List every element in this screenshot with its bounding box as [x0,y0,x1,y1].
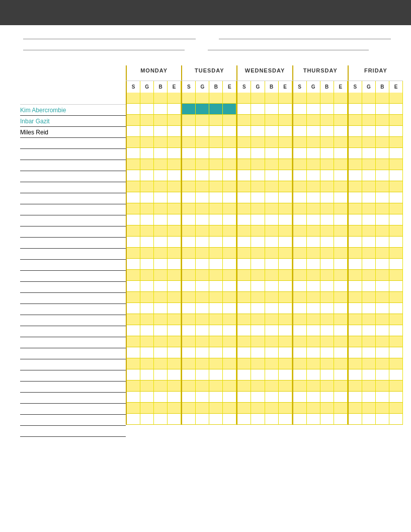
grid-cell[interactable] [279,214,292,225]
grid-cell[interactable] [140,203,154,214]
grid-cell[interactable] [265,137,279,148]
grid-cell[interactable] [349,214,362,225]
grid-cell[interactable] [389,93,403,104]
grid-cell[interactable] [140,104,154,115]
grid-cell[interactable] [320,159,334,170]
grid-cell[interactable] [334,115,348,126]
grid-cell[interactable] [334,281,348,292]
grid-cell[interactable] [279,347,292,358]
grid-cell[interactable] [209,414,223,425]
grid-cell[interactable] [209,270,223,281]
grid-cell[interactable] [196,270,209,281]
grid-cell[interactable] [154,137,168,148]
grid-cell[interactable] [349,392,362,403]
grid-cell[interactable] [389,159,403,170]
grid-cell[interactable] [209,104,223,115]
grid-cell[interactable] [154,225,168,237]
grid-cell[interactable] [182,325,196,336]
grid-cell[interactable] [237,281,251,292]
grid-cell[interactable] [154,237,168,248]
grid-cell[interactable] [182,314,196,325]
grid-cell[interactable] [251,336,265,347]
grid-cell[interactable] [376,159,389,170]
grid-row[interactable] [126,115,403,126]
grid-cell[interactable] [127,248,140,259]
grid-cell[interactable] [154,292,168,303]
grid-cell[interactable] [349,203,362,214]
grid-cell[interactable] [182,93,196,104]
grid-cell[interactable] [265,115,279,126]
grid-cell[interactable] [140,414,154,425]
grid-cell[interactable] [265,381,279,392]
grid-cell[interactable] [168,159,181,170]
grid-cell[interactable] [154,303,168,314]
grid-cell[interactable] [362,347,376,358]
grid-cell[interactable] [334,104,348,115]
grid-cell[interactable] [140,325,154,336]
grid-cell[interactable] [265,281,279,292]
grid-cell[interactable] [334,414,348,425]
grid-cell[interactable] [196,137,209,148]
grid-cell[interactable] [320,181,334,192]
grid-cell[interactable] [127,358,140,369]
grid-cell[interactable] [182,270,196,281]
grid-cell[interactable] [127,203,140,214]
grid-cell[interactable] [320,115,334,126]
grid-cell[interactable] [320,392,334,403]
grid-cell[interactable] [182,192,196,203]
grid-cell[interactable] [376,347,389,358]
grid-cell[interactable] [251,203,265,214]
grid-cell[interactable] [334,225,348,237]
grid-cell[interactable] [389,325,403,336]
grid-cell[interactable] [334,170,348,181]
grid-cell[interactable] [334,148,348,159]
grid-cell[interactable] [362,126,376,137]
grid-cell[interactable] [279,225,292,237]
grid-cell[interactable] [182,336,196,347]
grid-cell[interactable] [237,358,251,369]
grid-cell[interactable] [362,115,376,126]
grid-cell[interactable] [223,248,236,259]
grid-cell[interactable] [223,347,236,358]
grid-cell[interactable] [237,148,251,159]
grid-cell[interactable] [154,347,168,358]
grid-cell[interactable] [279,237,292,248]
grid-cell[interactable] [389,259,403,270]
grid-cell[interactable] [223,392,236,403]
grid-cell[interactable] [279,392,292,403]
grid-cell[interactable] [209,159,223,170]
grid-cell[interactable] [182,392,196,403]
grid-cell[interactable] [389,381,403,392]
grid-cell[interactable] [265,292,279,303]
grid-cell[interactable] [293,314,307,325]
grid-cell[interactable] [140,248,154,259]
grid-row[interactable] [126,259,403,270]
grid-cell[interactable] [237,314,251,325]
grid-cell[interactable] [265,93,279,104]
grid-cell[interactable] [209,237,223,248]
grid-cell[interactable] [127,237,140,248]
grid-cell[interactable] [307,192,320,203]
grid-row[interactable] [126,93,403,104]
grid-cell[interactable] [127,259,140,270]
grid-cell[interactable] [389,303,403,314]
grid-cell[interactable] [307,159,320,170]
grid-cell[interactable] [182,159,196,170]
grid-cell[interactable] [140,270,154,281]
grid-cell[interactable] [349,93,362,104]
grid-cell[interactable] [209,292,223,303]
grid-cell[interactable] [237,392,251,403]
grid-cell[interactable] [127,159,140,170]
grid-cell[interactable] [349,314,362,325]
grid-cell[interactable] [279,203,292,214]
grid-row[interactable] [126,336,403,347]
grid-cell[interactable] [265,170,279,181]
grid-cell[interactable] [307,325,320,336]
grid-cell[interactable] [293,392,307,403]
grid-cell[interactable] [154,170,168,181]
grid-cell[interactable] [127,192,140,203]
grid-cell[interactable] [223,181,236,192]
grid-cell[interactable] [320,137,334,148]
grid-cell[interactable] [251,392,265,403]
grid-cell[interactable] [279,270,292,281]
